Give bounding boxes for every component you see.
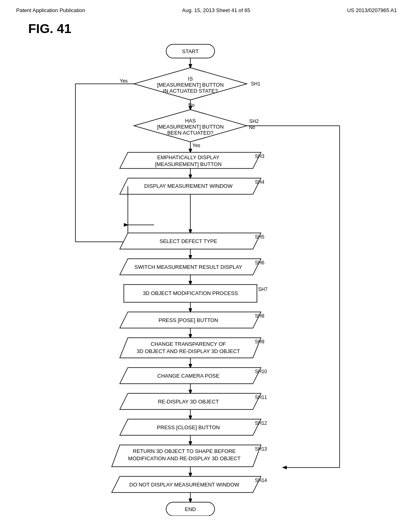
diagram-area: FIG. 41 START IS [MEASUREMENT] BUTTON IN…: [0, 17, 413, 526]
svg-text:SH4: SH4: [255, 179, 265, 185]
svg-text:SH8: SH8: [255, 313, 265, 319]
svg-text:SH9: SH9: [255, 339, 265, 345]
header-right: US 2013/0207965 A1: [347, 7, 397, 13]
svg-text:[MEASUREMENT] BUTTON: [MEASUREMENT] BUTTON: [157, 82, 223, 88]
svg-text:SH1: SH1: [251, 81, 261, 87]
svg-text:PRESS [POSE] BUTTON: PRESS [POSE] BUTTON: [159, 317, 218, 323]
svg-text:SH6: SH6: [255, 260, 265, 266]
svg-text:BEEN ACTUATED?: BEEN ACTUATED?: [167, 130, 214, 136]
page-header: Patent Application Publication Aug. 15, …: [0, 0, 413, 17]
svg-text:SH11: SH11: [255, 395, 267, 400]
svg-text:SELECT DEFECT TYPE: SELECT DEFECT TYPE: [159, 238, 217, 244]
svg-text:IN ACTUATED STATE?: IN ACTUATED STATE?: [163, 88, 218, 94]
svg-text:SH5: SH5: [255, 234, 265, 240]
svg-text:SWITCH MEASUREMENT RESULT DISP: SWITCH MEASUREMENT RESULT DISPLAY: [134, 264, 242, 270]
header-middle: Aug. 15, 2013 Sheet 41 of 65: [182, 7, 250, 13]
svg-text:[MEASUREMENT] BUTTON: [MEASUREMENT] BUTTON: [155, 161, 221, 167]
svg-text:RE-DISPLAY 3D OBJECT: RE-DISPLAY 3D OBJECT: [158, 399, 219, 405]
svg-text:EMPHATICALLY DISPLAY: EMPHATICALLY DISPLAY: [157, 154, 220, 160]
svg-text:SH3: SH3: [255, 154, 265, 159]
svg-text:IS: IS: [188, 76, 193, 82]
svg-text:No: No: [188, 102, 195, 108]
fig-label: FIG. 41: [28, 21, 71, 36]
svg-text:No: No: [249, 125, 255, 130]
svg-text:[MEASUREMENT] BUTTON: [MEASUREMENT] BUTTON: [157, 124, 223, 130]
svg-text:Yes: Yes: [120, 78, 128, 84]
svg-text:SH2: SH2: [249, 118, 259, 124]
svg-text:PRESS [CLOSE] BUTTON: PRESS [CLOSE] BUTTON: [157, 424, 220, 430]
svg-text:3D OBJECT MODIFICATION PROCESS: 3D OBJECT MODIFICATION PROCESS: [143, 290, 238, 296]
svg-text:SH12: SH12: [255, 420, 267, 426]
svg-text:RETURN 3D OBJECT TO SHAPE BEFO: RETURN 3D OBJECT TO SHAPE BEFORE: [133, 448, 236, 454]
svg-text:MODIFICATION AND RE-DISPLAY 3D: MODIFICATION AND RE-DISPLAY 3D OBJECT: [128, 455, 241, 461]
flowchart: START IS [MEASUREMENT] BUTTON IN ACTUATE…: [33, 40, 380, 517]
svg-text:START: START: [182, 48, 198, 54]
svg-text:SH10: SH10: [255, 369, 267, 374]
svg-text:SH7: SH7: [258, 287, 268, 292]
svg-text:HAS: HAS: [185, 118, 196, 124]
svg-text:SH14: SH14: [255, 478, 267, 483]
svg-text:SH13: SH13: [255, 446, 267, 452]
svg-text:CHANGE CAMERA POSE: CHANGE CAMERA POSE: [157, 373, 219, 379]
svg-text:CHANGE TRANSPARENCY OF: CHANGE TRANSPARENCY OF: [151, 341, 226, 347]
svg-text:END: END: [185, 506, 196, 512]
svg-text:3D OBJECT AND RE-DISPLAY 3D OB: 3D OBJECT AND RE-DISPLAY 3D OBJECT: [137, 348, 240, 354]
header-left: Patent Application Publication: [16, 7, 85, 13]
svg-text:Yes: Yes: [192, 143, 200, 148]
svg-text:DO NOT DISPLAY MEASUREMENT WIN: DO NOT DISPLAY MEASUREMENT WINDOW: [129, 482, 240, 488]
svg-text:DISPLAY MEASUREMENT WINDOW: DISPLAY MEASUREMENT WINDOW: [144, 183, 233, 189]
